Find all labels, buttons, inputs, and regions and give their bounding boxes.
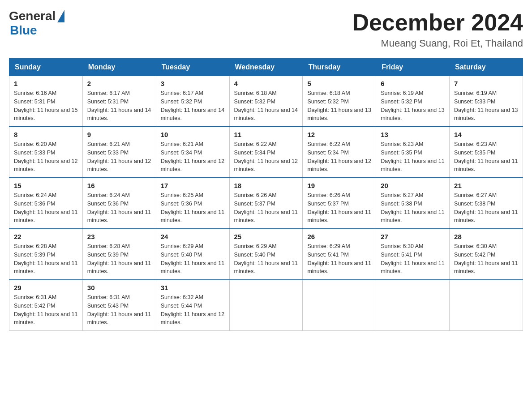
day-number: 20 [381,182,445,189]
col-tuesday: Tuesday [156,59,229,76]
day-number: 18 [234,182,298,189]
table-row [229,280,303,331]
table-row: 8 Sunrise: 6:20 AMSunset: 5:33 PMDayligh… [9,127,83,178]
day-info: Sunrise: 6:32 AMSunset: 5:44 PMDaylight:… [161,293,225,327]
day-info: Sunrise: 6:26 AMSunset: 5:37 PMDaylight:… [307,191,371,225]
day-info: Sunrise: 6:29 AMSunset: 5:40 PMDaylight:… [161,242,225,276]
day-number: 29 [14,284,78,291]
title-section: December 2024 Mueang Suang, Roi Et, Thai… [352,9,523,49]
calendar-week-row: 22 Sunrise: 6:28 AMSunset: 5:39 PMDaylig… [9,229,523,280]
day-info: Sunrise: 6:31 AMSunset: 5:43 PMDaylight:… [87,293,151,327]
day-number: 23 [87,233,151,240]
table-row [303,280,376,331]
day-number: 31 [161,284,225,291]
day-number: 25 [234,233,298,240]
day-info: Sunrise: 6:30 AMSunset: 5:42 PMDaylight:… [454,242,518,276]
table-row: 15 Sunrise: 6:24 AMSunset: 5:36 PMDaylig… [9,178,83,229]
day-number: 6 [381,80,445,87]
day-info: Sunrise: 6:22 AMSunset: 5:34 PMDaylight:… [307,140,371,174]
day-number: 8 [14,131,78,138]
table-row: 5 Sunrise: 6:18 AMSunset: 5:32 PMDayligh… [303,76,376,127]
day-info: Sunrise: 6:22 AMSunset: 5:34 PMDaylight:… [234,140,298,174]
day-info: Sunrise: 6:29 AMSunset: 5:41 PMDaylight:… [307,242,371,276]
day-number: 21 [454,182,518,189]
col-saturday: Saturday [450,59,523,76]
table-row [450,280,523,331]
table-row: 24 Sunrise: 6:29 AMSunset: 5:40 PMDaylig… [156,229,229,280]
day-info: Sunrise: 6:29 AMSunset: 5:40 PMDaylight:… [234,242,298,276]
day-info: Sunrise: 6:21 AMSunset: 5:33 PMDaylight:… [87,140,151,174]
col-wednesday: Wednesday [229,59,303,76]
col-thursday: Thursday [303,59,376,76]
table-row: 21 Sunrise: 6:27 AMSunset: 5:38 PMDaylig… [450,178,523,229]
table-row: 4 Sunrise: 6:18 AMSunset: 5:32 PMDayligh… [229,76,303,127]
table-row: 29 Sunrise: 6:31 AMSunset: 5:42 PMDaylig… [9,280,83,331]
day-info: Sunrise: 6:20 AMSunset: 5:33 PMDaylight:… [14,140,78,174]
table-row: 18 Sunrise: 6:26 AMSunset: 5:37 PMDaylig… [229,178,303,229]
day-info: Sunrise: 6:18 AMSunset: 5:32 PMDaylight:… [307,89,371,123]
table-row: 9 Sunrise: 6:21 AMSunset: 5:33 PMDayligh… [82,127,156,178]
day-number: 3 [161,80,225,87]
table-row: 2 Sunrise: 6:17 AMSunset: 5:31 PMDayligh… [82,76,156,127]
day-number: 16 [87,182,151,189]
day-number: 28 [454,233,518,240]
day-info: Sunrise: 6:19 AMSunset: 5:32 PMDaylight:… [381,89,445,123]
day-info: Sunrise: 6:26 AMSunset: 5:37 PMDaylight:… [234,191,298,225]
day-info: Sunrise: 6:23 AMSunset: 5:35 PMDaylight:… [454,140,518,174]
day-number: 1 [14,80,78,87]
table-row: 27 Sunrise: 6:30 AMSunset: 5:41 PMDaylig… [376,229,450,280]
day-number: 12 [307,131,371,138]
col-sunday: Sunday [9,59,83,76]
calendar-subtitle: Mueang Suang, Roi Et, Thailand [352,38,523,49]
day-info: Sunrise: 6:27 AMSunset: 5:38 PMDaylight:… [381,191,445,225]
page-header: General Blue December 2024 Mueang Suang,… [9,9,523,49]
table-row: 12 Sunrise: 6:22 AMSunset: 5:34 PMDaylig… [303,127,376,178]
calendar-week-row: 8 Sunrise: 6:20 AMSunset: 5:33 PMDayligh… [9,127,523,178]
day-number: 22 [14,233,78,240]
day-info: Sunrise: 6:25 AMSunset: 5:36 PMDaylight:… [161,191,225,225]
day-number: 15 [14,182,78,189]
table-row: 31 Sunrise: 6:32 AMSunset: 5:44 PMDaylig… [156,280,229,331]
day-info: Sunrise: 6:16 AMSunset: 5:31 PMDaylight:… [14,89,78,123]
day-number: 30 [87,284,151,291]
day-number: 26 [307,233,371,240]
day-number: 19 [307,182,371,189]
calendar-week-row: 15 Sunrise: 6:24 AMSunset: 5:36 PMDaylig… [9,178,523,229]
logo-blue-text: Blue [10,23,64,38]
day-info: Sunrise: 6:27 AMSunset: 5:38 PMDaylight:… [454,191,518,225]
table-row: 30 Sunrise: 6:31 AMSunset: 5:43 PMDaylig… [82,280,156,331]
day-info: Sunrise: 6:18 AMSunset: 5:32 PMDaylight:… [234,89,298,123]
table-row: 6 Sunrise: 6:19 AMSunset: 5:32 PMDayligh… [376,76,450,127]
table-row: 11 Sunrise: 6:22 AMSunset: 5:34 PMDaylig… [229,127,303,178]
day-info: Sunrise: 6:24 AMSunset: 5:36 PMDaylight:… [14,191,78,225]
table-row: 13 Sunrise: 6:23 AMSunset: 5:35 PMDaylig… [376,127,450,178]
day-info: Sunrise: 6:30 AMSunset: 5:41 PMDaylight:… [381,242,445,276]
day-number: 2 [87,80,151,87]
day-number: 4 [234,80,298,87]
table-row: 7 Sunrise: 6:19 AMSunset: 5:33 PMDayligh… [450,76,523,127]
calendar-header-row: Sunday Monday Tuesday Wednesday Thursday… [9,59,523,76]
col-monday: Monday [82,59,156,76]
col-friday: Friday [376,59,450,76]
day-number: 7 [454,80,518,87]
day-info: Sunrise: 6:23 AMSunset: 5:35 PMDaylight:… [381,140,445,174]
table-row: 10 Sunrise: 6:21 AMSunset: 5:34 PMDaylig… [156,127,229,178]
day-number: 10 [161,131,225,138]
day-number: 5 [307,80,371,87]
table-row: 14 Sunrise: 6:23 AMSunset: 5:35 PMDaylig… [450,127,523,178]
logo: General Blue [9,9,64,38]
table-row: 22 Sunrise: 6:28 AMSunset: 5:39 PMDaylig… [9,229,83,280]
calendar-week-row: 29 Sunrise: 6:31 AMSunset: 5:42 PMDaylig… [9,280,523,331]
day-info: Sunrise: 6:19 AMSunset: 5:33 PMDaylight:… [454,89,518,123]
table-row: 1 Sunrise: 6:16 AMSunset: 5:31 PMDayligh… [9,76,83,127]
logo-triangle-icon [57,10,64,22]
table-row: 17 Sunrise: 6:25 AMSunset: 5:36 PMDaylig… [156,178,229,229]
table-row: 19 Sunrise: 6:26 AMSunset: 5:37 PMDaylig… [303,178,376,229]
day-number: 9 [87,131,151,138]
calendar-week-row: 1 Sunrise: 6:16 AMSunset: 5:31 PMDayligh… [9,76,523,127]
table-row: 26 Sunrise: 6:29 AMSunset: 5:41 PMDaylig… [303,229,376,280]
day-info: Sunrise: 6:28 AMSunset: 5:39 PMDaylight:… [87,242,151,276]
day-info: Sunrise: 6:17 AMSunset: 5:31 PMDaylight:… [87,89,151,123]
day-info: Sunrise: 6:31 AMSunset: 5:42 PMDaylight:… [14,293,78,327]
calendar-table: Sunday Monday Tuesday Wednesday Thursday… [9,58,523,331]
